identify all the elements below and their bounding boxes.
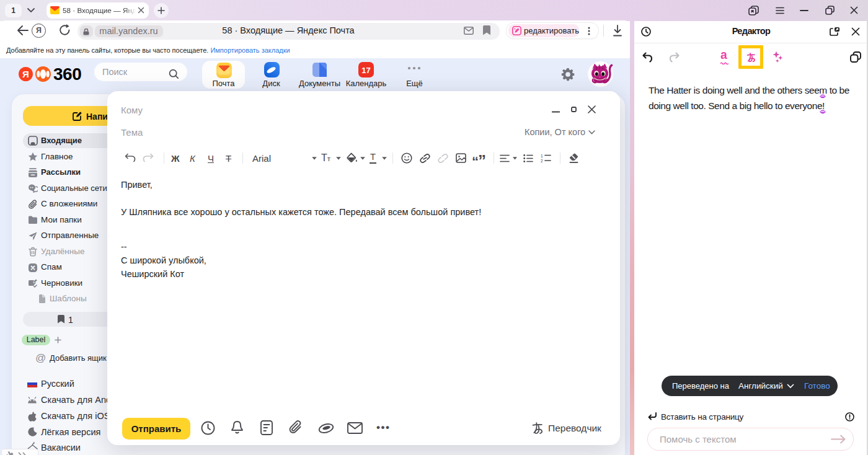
- svg-text:17: 17: [361, 66, 370, 75]
- svg-text:2: 2: [541, 159, 543, 163]
- svg-text:1: 1: [541, 154, 543, 158]
